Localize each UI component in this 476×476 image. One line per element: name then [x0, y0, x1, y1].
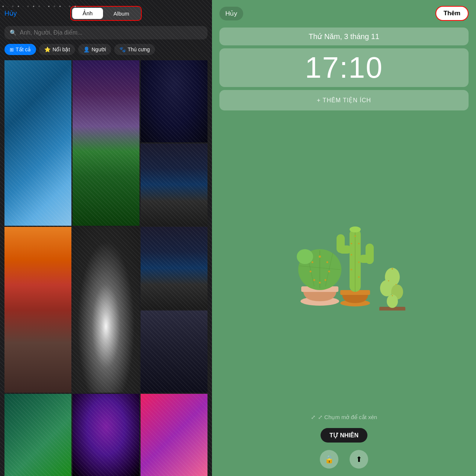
widget-container[interactable]: + THÊM TIỆN ÍCH: [219, 90, 469, 110]
svg-point-13: [325, 279, 327, 281]
bottom-icons-bar: 🔒 ⬆: [212, 450, 476, 476]
svg-point-38: [392, 268, 393, 270]
crop-icon: ⤢: [311, 414, 316, 421]
lock-screen-icon-btn[interactable]: 🔒: [320, 450, 338, 469]
them-button[interactable]: Thêm: [435, 6, 469, 21]
svg-rect-22: [366, 244, 374, 264]
svg-point-7: [319, 255, 321, 258]
svg-point-39: [388, 280, 389, 282]
share-icon: ⬆: [356, 455, 362, 464]
svg-point-14: [319, 282, 321, 284]
svg-point-8: [312, 261, 313, 263]
svg-point-40: [396, 284, 397, 285]
svg-point-10: [310, 271, 312, 273]
photo-grid: [4, 60, 208, 476]
photo-ocean[interactable]: [4, 60, 71, 226]
widget-add-label: + THÊM TIỆN ÍCH: [227, 97, 461, 104]
tu-nhien-button[interactable]: TỰ NHIÊN: [321, 428, 367, 443]
svg-point-27: [351, 254, 352, 255]
date-container: Thứ Năm, 3 tháng 11: [219, 28, 469, 45]
huy-button-right[interactable]: Hủy: [219, 7, 243, 20]
svg-point-26: [358, 243, 360, 244]
svg-point-30: [358, 276, 360, 278]
bottom-bar: TỰ NHIÊN: [212, 424, 476, 450]
cactus-illustration: [281, 214, 407, 311]
svg-point-37: [387, 295, 398, 308]
svg-point-9: [327, 261, 328, 263]
svg-point-12: [313, 279, 315, 281]
time-text: 17:10: [305, 51, 383, 84]
right-panel: Hủy Thêm Thứ Năm, 3 tháng 11 17:10 + THÊ…: [212, 0, 476, 476]
svg-point-24: [354, 235, 356, 237]
svg-rect-20: [337, 234, 345, 253]
time-container: 17:10: [219, 48, 469, 87]
photo-lighthouse[interactable]: [4, 227, 71, 392]
lock-icon: 🔒: [325, 455, 334, 464]
svg-point-31: [350, 226, 361, 232]
date-text: Thứ Năm, 3 tháng 11: [309, 32, 379, 41]
right-header: Hủy Thêm: [212, 0, 476, 25]
svg-point-11: [328, 271, 330, 273]
svg-point-29: [351, 269, 352, 270]
svg-point-41: [392, 295, 393, 296]
svg-point-28: [358, 261, 360, 263]
left-panel: Hủy Ảnh Album 🔍 ⊞ Tất cả ⭐ Nổi bật 👤 Ngư…: [0, 0, 212, 476]
svg-point-25: [351, 243, 352, 244]
svg-point-15: [297, 249, 313, 264]
crop-hint: ⤢ ⤢ Chụm mở để cắt xén: [212, 414, 476, 421]
share-icon-btn[interactable]: ⬆: [350, 450, 368, 469]
crop-hint-text: ⤢ Chụm mở để cắt xén: [318, 414, 377, 421]
cactus-area: [212, 110, 476, 414]
